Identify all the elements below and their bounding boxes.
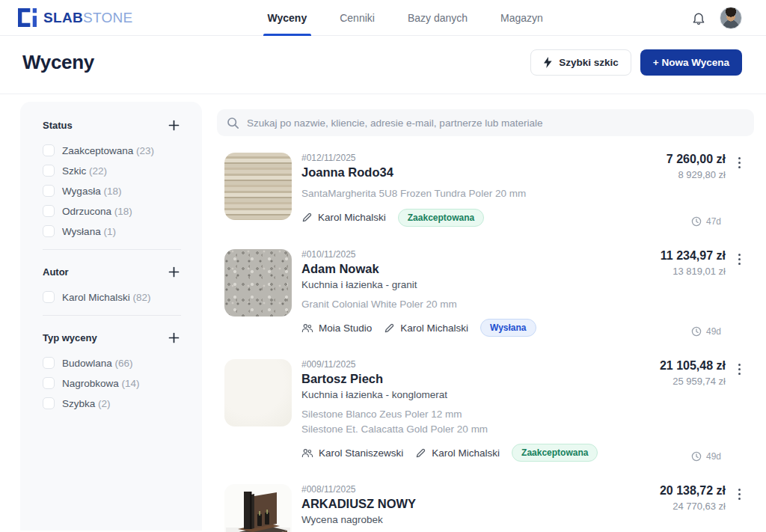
filter-count: (18) [114, 206, 132, 217]
partner-group-icon [301, 322, 313, 334]
quote-client-name: Joanna Rodo34 [301, 165, 656, 180]
filter-option-budowlana[interactable]: Budowlana (66) [43, 357, 181, 369]
nav-item-cenniki[interactable]: Cenniki [338, 0, 376, 36]
author-filter-title: Autor [43, 266, 69, 278]
nav-item-wyceny[interactable]: Wyceny [266, 0, 309, 36]
filter-option-zaakceptowana[interactable]: Zaakceptowana (23) [43, 144, 181, 156]
price-net: 13 819,01 zł [661, 266, 726, 277]
price-gross: 21 105,48 zł [660, 359, 726, 373]
quote-row[interactable]: #009/11/2025 Bartosz Piech Kuchnia i łaz… [217, 359, 754, 462]
checkbox[interactable] [43, 165, 55, 177]
quote-meta: Karol Michalski Zaakceptowana [301, 201, 656, 227]
status-filter-header: Status [43, 118, 181, 132]
quotes-list: #012/11/2025 Joanna Rodo34 SantaMargheri… [217, 153, 754, 532]
quote-prices: 21 105,48 zł 25 959,74 zł [660, 359, 726, 387]
search-input[interactable] [247, 117, 744, 129]
page-title: Wyceny [22, 51, 94, 74]
filter-option-label: Wysłana (1) [62, 226, 116, 237]
price-row: 11 234,97 zł 13 819,01 zł [661, 249, 744, 277]
filter-option-wyslana[interactable]: Wysłana (1) [43, 225, 181, 237]
status-filter-add-icon[interactable] [167, 118, 181, 132]
material-line: Silestone Blanco Zeus Poler 12 mm [301, 407, 649, 422]
quote-age: 47d [691, 216, 721, 227]
quote-thumbnail [224, 359, 292, 426]
top-tools [691, 7, 742, 29]
filter-option-label: Zaakceptowana (23) [62, 145, 154, 156]
checkbox[interactable] [43, 185, 55, 197]
quote-subtitle: Kuchnia i łazienka - granit [301, 279, 650, 290]
quote-age: 49d [691, 326, 721, 337]
nav-item-bazy-danych[interactable]: Bazy danych [406, 0, 469, 36]
clock-icon [691, 451, 702, 462]
brand-name-bold: SLAB [43, 10, 83, 25]
price-gross: 7 260,00 zł [667, 153, 726, 166]
type-filter-add-icon[interactable] [167, 331, 181, 345]
filter-count: (82) [133, 292, 151, 303]
type-filter-title: Typ wyceny [43, 332, 97, 343]
filter-count: (1) [103, 226, 116, 237]
checkbox[interactable] [43, 357, 55, 369]
filter-option-label: Szkic (22) [62, 165, 107, 177]
pencil-icon [384, 322, 395, 334]
quote-materials: Silestone Blanco Zeus Poler 12 mm Silest… [301, 407, 649, 436]
quote-client-name: Adam Nowak [301, 262, 650, 276]
quote-partner-name: Moia Studio [319, 322, 372, 334]
content: Status Zaakceptowana (23) Szkic (22) Wyg… [0, 94, 766, 531]
kebab-menu-icon[interactable] [735, 251, 744, 267]
checkbox[interactable] [43, 291, 55, 303]
price-net: 8 929,80 zł [667, 169, 726, 180]
checkbox[interactable] [43, 144, 55, 156]
quote-id: #012/11/2025 [301, 153, 656, 163]
kebab-menu-icon[interactable] [735, 361, 744, 377]
filter-count: (23) [136, 145, 154, 156]
checkbox[interactable] [43, 397, 55, 409]
checkbox[interactable] [43, 225, 55, 237]
author-filter-add-icon[interactable] [167, 265, 181, 279]
filter-count: (2) [98, 398, 111, 409]
quotes-main: #012/11/2025 Joanna Rodo34 SantaMargheri… [202, 94, 766, 531]
kebab-menu-icon[interactable] [735, 486, 744, 502]
quote-right: 7 260,00 zł 8 929,80 zł 47d [667, 153, 744, 227]
quote-partner-name: Karol Staniszewski [319, 447, 403, 459]
quote-materials: Granit Colonial White Poler 20 mm [301, 297, 650, 312]
filter-label-text: Zaakceptowana [62, 145, 133, 156]
quote-author: Karol Michalski [384, 322, 468, 334]
partner-group-icon [301, 447, 313, 459]
quote-prices: 20 138,72 zł 24 770,63 zł [660, 484, 726, 512]
search-bar[interactable] [217, 109, 754, 136]
quote-row[interactable]: #012/11/2025 Joanna Rodo34 SantaMargheri… [217, 153, 754, 227]
filter-option-szybka[interactable]: Szybka (2) [43, 397, 181, 409]
status-badge: Zaakceptowana [398, 209, 484, 227]
kebab-menu-icon[interactable] [735, 155, 744, 171]
filter-option-odrzucona[interactable]: Odrzucona (18) [43, 205, 181, 217]
filter-option-nagrobkowa[interactable]: Nagrobkowa (14) [43, 377, 181, 389]
top-bar: SLABSTONE Wyceny Cenniki Bazy danych Mag… [0, 0, 766, 36]
brand-logo[interactable]: SLABSTONE [18, 8, 133, 27]
quote-thumbnail [224, 249, 292, 317]
filter-count: (22) [89, 165, 107, 177]
nav-item-magazyn[interactable]: Magazyn [499, 0, 545, 36]
checkbox[interactable] [43, 377, 55, 389]
filter-label-text: Karol Michalski [62, 292, 130, 303]
quote-id: #009/11/2025 [301, 359, 649, 370]
filter-count: (18) [103, 186, 121, 197]
quick-draft-button[interactable]: Szybki szkic [530, 49, 631, 76]
quote-row[interactable]: #008/11/2025 ARKADIUSZ NOWY Wycena nagro… [217, 484, 754, 532]
quote-row[interactable]: #010/11/2025 Adam Nowak Kuchnia i łazien… [217, 249, 754, 337]
quote-subtitle: Kuchnia i łazienka - konglomerat [301, 389, 649, 400]
new-quote-button[interactable]: + Nowa Wycena [640, 49, 742, 76]
filter-option-szkic[interactable]: Szkic (22) [43, 165, 181, 177]
filter-option-label: Budowlana (66) [62, 358, 133, 369]
slabstone-logo-icon [18, 8, 37, 27]
quote-info: #008/11/2025 ARKADIUSZ NOWY Wycena nagro… [301, 484, 649, 532]
notifications-bell-icon[interactable] [691, 10, 706, 25]
filter-option-karol-michalski[interactable]: Karol Michalski (82) [43, 291, 181, 303]
filter-label-text: Wygasła [62, 186, 101, 197]
sidebar-divider [43, 249, 181, 250]
user-avatar[interactable] [720, 7, 742, 29]
filter-option-label: Nagrobkowa (14) [62, 378, 140, 389]
quote-author-name: Karol Michalski [432, 447, 500, 459]
checkbox[interactable] [43, 205, 55, 217]
filter-option-wygasla[interactable]: Wygasła (18) [43, 185, 181, 197]
header-actions: Szybki szkic + Nowa Wycena [530, 49, 742, 76]
